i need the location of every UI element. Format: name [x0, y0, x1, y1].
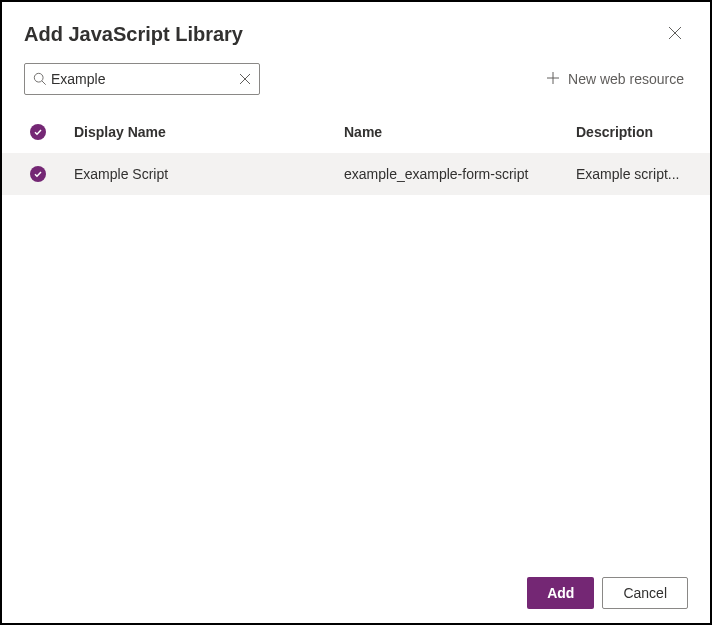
row-select-cell[interactable] [2, 166, 74, 182]
checkmark-circle-icon [30, 166, 46, 182]
search-box[interactable] [24, 63, 260, 95]
results-table: Display Name Name Description Example Sc… [2, 111, 710, 195]
cell-name: example_example-form-script [344, 166, 576, 182]
dialog-header: Add JavaScript Library [2, 2, 710, 53]
dialog-footer: Add Cancel [527, 577, 688, 609]
clear-search-icon[interactable] [239, 73, 251, 85]
svg-line-3 [42, 81, 46, 85]
search-input[interactable] [47, 71, 239, 87]
column-header-name[interactable]: Name [344, 124, 576, 140]
new-web-resource-button[interactable]: New web resource [542, 67, 688, 92]
search-icon [33, 72, 47, 86]
svg-point-2 [34, 73, 43, 82]
column-header-description[interactable]: Description [576, 124, 710, 140]
add-button[interactable]: Add [527, 577, 594, 609]
close-icon [668, 26, 682, 43]
plus-icon [546, 71, 560, 88]
cell-description: Example script... [576, 166, 710, 182]
table-row[interactable]: Example Script example_example-form-scri… [2, 153, 710, 195]
select-all-cell[interactable] [2, 124, 74, 140]
close-button[interactable] [662, 20, 688, 49]
column-header-display-name[interactable]: Display Name [74, 124, 344, 140]
toolbar: New web resource [2, 53, 710, 111]
checkmark-circle-icon [30, 124, 46, 140]
cell-display-name: Example Script [74, 166, 344, 182]
table-header-row: Display Name Name Description [2, 111, 710, 153]
cancel-button[interactable]: Cancel [602, 577, 688, 609]
dialog-title: Add JavaScript Library [24, 23, 243, 46]
new-web-resource-label: New web resource [568, 71, 684, 87]
